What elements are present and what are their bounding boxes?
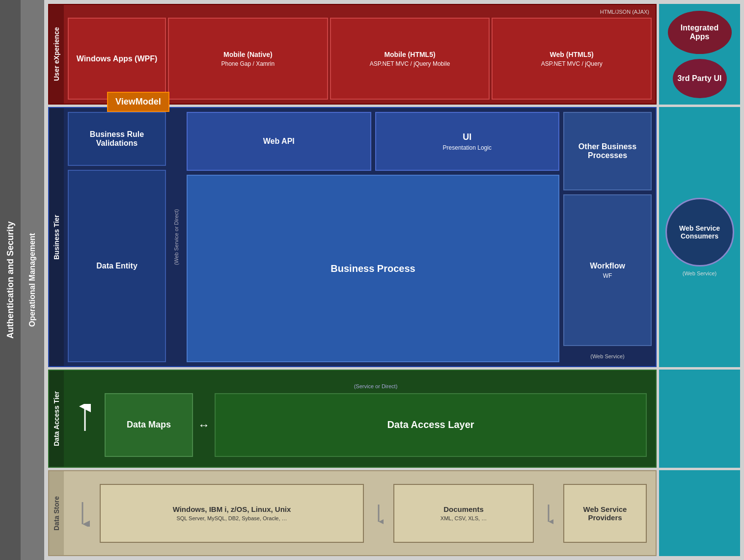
other-business-processes-box: Other Business Processes [563, 112, 652, 190]
data-entity-box: Data Entity [68, 170, 166, 362]
mobile-native-box: Mobile (Native) Phone Gap / Xamrin [168, 18, 328, 100]
windows-apps-section: Windows Apps (WPF) ViewModel [68, 18, 166, 100]
ops-label: Operational Management [21, 0, 44, 560]
documents-box: Documents XML, CSV, XLS, … [393, 484, 534, 543]
third-party-ui-circle: 3rd Party UI [673, 59, 727, 98]
down-arrow-ds2 [371, 502, 386, 524]
right-panel-data-access [659, 370, 740, 468]
viewmodel-box: ViewModel [107, 92, 169, 112]
windows-box: Windows, IBM i, z/OS, Linux, Unix SQL Se… [100, 484, 364, 543]
mobile-html5-box: Mobile (HTML5) ASP.NET MVC / jQuery Mobi… [330, 18, 490, 100]
data-store-tier: Data Store Windows, IBM i, z/OS, Linux, … [48, 470, 657, 556]
ux-content: HTML/JSON (AJAX) Windows Apps (WPF) View… [68, 9, 652, 100]
web-service-consumers-circle: Web Service Consumers [665, 198, 734, 267]
workflow-box: Workflow WF [563, 194, 652, 346]
web-service-or-direct-label: (Web Service or Direct) [170, 112, 183, 362]
ux-tier-label: User eXperience [49, 5, 64, 104]
ux-boxes: Windows Apps (WPF) ViewModel Mobile (Nat… [68, 18, 652, 100]
down-arrow-ds3 [541, 502, 556, 524]
bidirectional-arrow: ↔ [198, 418, 210, 432]
web-api-box: Web API [187, 112, 371, 171]
windows-apps-box: Windows Apps (WPF) [68, 18, 166, 100]
data-access-label: Data Access Tier [49, 371, 64, 467]
business-rule-validations-box: Business Rule Validations [68, 112, 166, 166]
left-labels: Authentication and Security Operational … [0, 0, 44, 560]
ws-consumers-label: (Web Service) [683, 270, 716, 276]
biz-center-col: Web API UI Presentation Logic Business P… [187, 112, 559, 362]
business-tier: Business Tier Business Rule Validations … [48, 107, 657, 367]
data-maps-box: Data Maps [105, 393, 193, 457]
service-or-direct-label: (Service or Direct) [105, 383, 647, 389]
biz-right-col: Other Business Processes Workflow WF (We… [563, 112, 652, 362]
html-json-label: HTML/JSON (AJAX) [68, 9, 652, 18]
right-panel-bottom [659, 470, 740, 556]
data-access-content: (Service or Direct) Data Maps ↔ Data Acc… [68, 374, 652, 463]
main-container: Authentication and Security Operational … [0, 0, 744, 560]
down-arrow-ds [73, 500, 92, 527]
data-store-label: Data Store [49, 471, 64, 555]
data-access-inner: (Service or Direct) Data Maps ↔ Data Acc… [105, 381, 647, 457]
data-access-layer-box: Data Access Layer [215, 393, 647, 457]
web-service-providers-box: Web Service Providers [563, 484, 647, 543]
data-store-content: Windows, IBM i, z/OS, Linux, Unix SQL Se… [68, 475, 652, 551]
web-html5-box: Web (HTML5) ASP.NET MVC / jQuery [492, 18, 652, 100]
data-access-tier: Data Access Tier (Service or Direct) [48, 370, 657, 468]
biz-left-col: Business Rule Validations Data Entity [68, 112, 166, 362]
diagram-area: User eXperience HTML/JSON (AJAX) Windows… [44, 0, 744, 560]
business-content: Business Rule Validations Data Entity (W… [68, 112, 652, 362]
right-panel-middle: Web Service Consumers (Web Service) [659, 107, 740, 367]
up-arrow-data-access [73, 404, 97, 433]
business-tier-label: Business Tier [49, 108, 64, 366]
ui-box: UI Presentation Logic [375, 112, 560, 171]
auth-label: Authentication and Security [0, 0, 21, 560]
business-process-box: Business Process [187, 175, 559, 362]
web-service-label-biz: (Web Service) [563, 350, 652, 362]
integrated-apps-circle: Integrated Apps [668, 11, 732, 54]
right-panel-top: Integrated Apps 3rd Party UI [659, 4, 740, 105]
ux-tier: User eXperience HTML/JSON (AJAX) Windows… [48, 4, 657, 105]
